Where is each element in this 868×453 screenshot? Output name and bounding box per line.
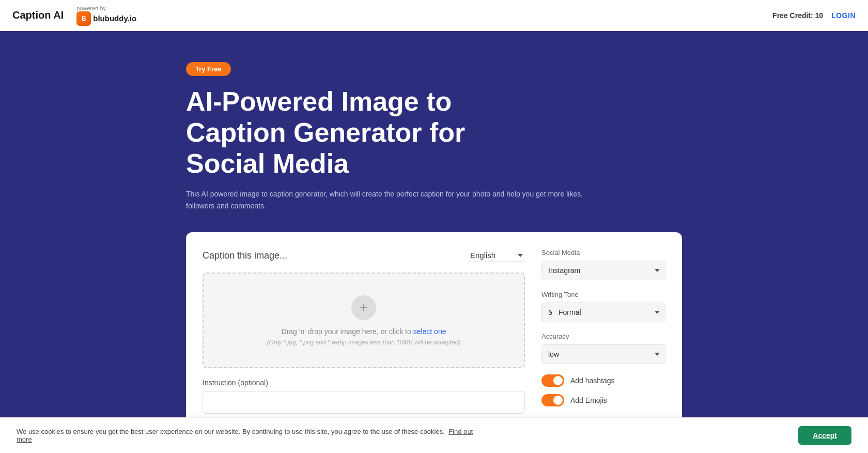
header: Caption AI powered by B blubuddy.io Free… [0, 0, 868, 31]
dropzone[interactable]: + Drag 'n' drop your image here, or clic… [203, 273, 525, 368]
blubuddy-name: blubuddy.io [93, 14, 136, 23]
header-right: Free Credit: 10 LOGIN [772, 11, 856, 20]
header-left: Caption AI powered by B blubuddy.io [12, 5, 136, 26]
hero-title: AI-Powered Image to Caption Generator fo… [186, 86, 548, 179]
accept-button[interactable]: Accept [798, 426, 851, 434]
powered-by-block: powered by B blubuddy.io [76, 5, 136, 26]
hashtags-label: Add hashtags [570, 376, 615, 385]
card-left: Caption this image... English Spanish Fr… [203, 249, 525, 414]
try-free-badge[interactable]: Try Free [186, 62, 231, 76]
cookie-text: We use cookies to ensure you get the bes… [17, 428, 482, 434]
hero-subtitle: This AI powered image to caption generat… [186, 188, 599, 212]
emojis-label: Add Emojis [570, 396, 607, 404]
header-divider [70, 6, 70, 25]
dropzone-select-link[interactable]: select one [413, 327, 446, 336]
caption-title: Caption this image... [203, 250, 287, 261]
dropzone-hint: (Only *.jpg, *.png and *.webp images les… [267, 339, 461, 346]
social-media-label: Social Media [541, 249, 665, 256]
accuracy-select[interactable]: low medium high [541, 344, 665, 364]
blubuddy-logo[interactable]: B blubuddy.io [76, 11, 136, 26]
emojis-toggle[interactable] [541, 394, 564, 406]
hashtags-toggle[interactable] [541, 374, 564, 387]
instruction-input[interactable] [203, 391, 525, 414]
brand-name: Caption AI [12, 9, 64, 21]
card-right: Social Media Instagram Facebook Twitter … [541, 249, 665, 414]
accuracy-label: Accuracy [541, 333, 665, 340]
hashtags-row: Add hashtags [541, 374, 665, 387]
dropzone-text: Drag 'n' drop your image here, or click … [282, 327, 446, 336]
instruction-label: Instruction (optional) [203, 379, 525, 387]
language-select[interactable]: English Spanish French German [468, 249, 525, 262]
tone-icon: 🕯 [547, 308, 554, 316]
writing-tone-label: Writing Tone [541, 291, 665, 298]
social-media-select[interactable]: Instagram Facebook Twitter LinkedIn TikT… [541, 261, 665, 280]
login-button[interactable]: LOGIN [831, 11, 856, 20]
caption-header: Caption this image... English Spanish Fr… [203, 249, 525, 262]
powered-by-text: powered by [76, 5, 106, 11]
main-card: Caption this image... English Spanish Fr… [186, 232, 682, 430]
free-credit: Free Credit: 10 [772, 11, 823, 20]
blubuddy-icon: B [76, 11, 91, 26]
tone-select-wrapper: 🕯 Formal Casual Humorous Inspirational [541, 303, 665, 322]
writing-tone-select[interactable]: Formal Casual Humorous Inspirational [541, 303, 665, 322]
dropzone-plus-icon: + [351, 295, 376, 320]
hero-section: Try Free AI-Powered Image to Caption Gen… [0, 31, 868, 434]
cookie-banner: We use cookies to ensure you get the bes… [0, 417, 868, 434]
hero-inner: Try Free AI-Powered Image to Caption Gen… [93, 62, 775, 430]
emojis-row: Add Emojis [541, 394, 665, 406]
